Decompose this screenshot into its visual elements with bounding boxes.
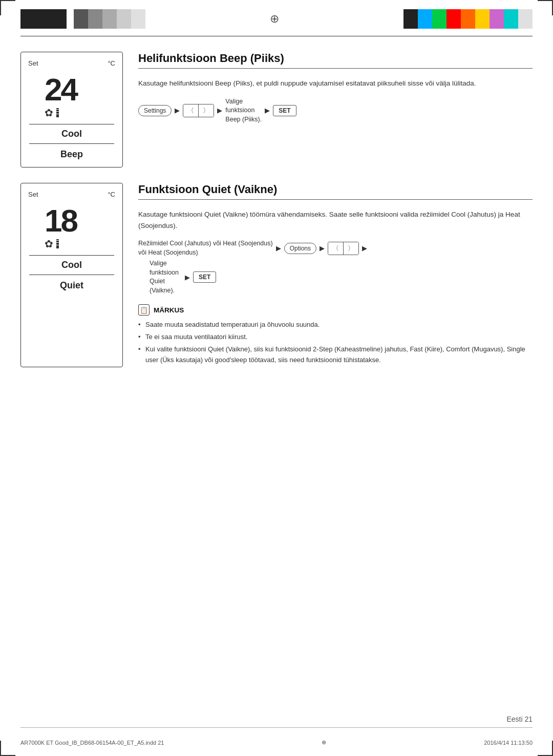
right-arrow-btn-2[interactable]: 〉	[344, 242, 358, 255]
instr-quiet-q: Quiet	[150, 277, 179, 286]
remote-mode-1: Cool	[29, 129, 114, 139]
instr-valige-q: Valige	[150, 259, 179, 268]
remote-display-quiet: Set °C 18 ✿ Cool Quiet	[20, 183, 123, 367]
mark-gray-strip	[74, 9, 145, 29]
remote-func-2: Quiet	[29, 280, 114, 291]
section-quiet-desc: Funktsioon Quiet (Vaikne) Kasutage funkt…	[138, 183, 533, 367]
remote-func-1: Beep	[29, 149, 114, 160]
arrow-right-1: ▶	[175, 107, 180, 114]
note-list: Saate muuta seadistatud temperatuuri ja …	[138, 320, 533, 367]
nav-arrows-1[interactable]: 〈 〉	[183, 104, 214, 117]
remote-set-label-2: Set	[28, 191, 38, 198]
section-quiet-title: Funktsioon Quiet (Vaikne)	[138, 183, 533, 200]
arrow-right-q1: ▶	[276, 244, 281, 252]
section-quiet-body: Kasutage funktsiooni Quiet (Vaikne) tööm…	[138, 209, 533, 231]
nav-arrows-2[interactable]: 〈 〉	[328, 242, 359, 255]
arrow-right-q3: ▶	[362, 244, 367, 252]
remote-temp-2: 18	[45, 205, 77, 237]
instr-valige: Valige	[225, 97, 262, 107]
remote-mode-2: Cool	[29, 260, 114, 270]
remote-icon-row-1: ✿	[45, 107, 59, 119]
fan-icon-1: ✿	[45, 107, 53, 119]
page-number: Eesti 21	[506, 715, 533, 725]
footer-center: ⊕	[322, 739, 326, 746]
section-quiet-instr: Režiimidel Cool (Jahutus) või Heat (Sooj…	[138, 239, 533, 295]
instr-quiet-line2: Valige funktsioon Quiet (Vaikne). ▶ SET	[138, 259, 533, 295]
footer: AR7000K ET Good_IB_DB68-06154A-00_ET_A5.…	[20, 739, 533, 746]
note-header: 📋 MÄRKUS	[138, 304, 533, 316]
bar-icon-2	[56, 239, 59, 248]
remote-display-beep: Set °C 24 ✿ Cool Beep	[20, 52, 123, 167]
remote-divider-2b	[29, 275, 114, 275]
mark-black	[20, 9, 67, 29]
remote-divider-2a	[29, 255, 114, 256]
instr-rejii: Režiimidel Cool (Jahutus) või Heat (Sooj…	[138, 239, 273, 248]
left-arrow-btn-1[interactable]: 〈	[183, 104, 199, 117]
footer-right: 2016/4/14 11:13:50	[484, 740, 533, 746]
instr-funktsioon: funktsioon	[225, 106, 262, 115]
arrow-right-2: ▶	[217, 107, 222, 114]
note-label: MÄRKUS	[154, 306, 184, 314]
arrow-right-3: ▶	[265, 107, 270, 114]
center-crosshair: ⊕	[270, 12, 279, 26]
bottom-rule	[20, 727, 533, 728]
remote-celsius-2: °C	[108, 191, 115, 198]
fan-icon-2: ✿	[45, 238, 53, 250]
remote-temp-1: 24	[45, 74, 77, 106]
note-item-1: Saate muuta seadistatud temperatuuri ja …	[138, 320, 533, 330]
remote-divider-1a	[29, 124, 114, 124]
remote-divider-1b	[29, 143, 114, 144]
section-beep-desc: Helifunktsioon Beep (Piiks) Kasutage hel…	[138, 52, 533, 167]
section-beep-body: Kasutage helifunktsiooni Beep (Piiks), e…	[138, 78, 533, 89]
instr-funktsioon-q: funktsioon	[150, 268, 179, 278]
note-icon: 📋	[138, 304, 150, 316]
section-beep-title: Helifunktsioon Beep (Piiks)	[138, 52, 533, 69]
color-strip	[403, 9, 533, 29]
section-quiet-row: Set °C 18 ✿ Cool Quiet Funktsioon Quiet …	[20, 183, 533, 367]
remote-icon-row-2: ✿	[45, 238, 59, 250]
arrow-right-q4: ▶	[185, 274, 190, 281]
instr-vaikne-q: (Vaikne).	[150, 286, 179, 296]
remote-celsius-1: °C	[108, 59, 115, 67]
settings-button[interactable]: Settings	[138, 105, 172, 116]
set-button-1[interactable]: SET	[273, 105, 296, 116]
section-beep-row: Set °C 24 ✿ Cool Beep Helifunktsioon Bee…	[20, 52, 533, 167]
right-arrow-btn-1[interactable]: 〉	[199, 104, 214, 117]
instr-quiet-line1: Režiimidel Cool (Jahutus) või Heat (Sooj…	[138, 239, 533, 257]
note-item-3: Kui valite funktsiooni Quiet (Vaikne), s…	[138, 344, 533, 365]
page-number-text: Eesti 21	[506, 715, 533, 723]
note-item-2: Te ei saa muuta ventilaatori kiirust.	[138, 332, 533, 342]
note-section: 📋 MÄRKUS Saate muuta seadistatud tempera…	[138, 304, 533, 367]
options-button[interactable]: Options	[284, 243, 316, 254]
section-beep-instr: Settings ▶ 〈 〉 ▶ Valige funktsioon Beep …	[138, 97, 533, 124]
arrow-right-q2: ▶	[320, 244, 325, 252]
top-marks: ⊕	[0, 0, 553, 36]
main-content: Set °C 24 ✿ Cool Beep Helifunktsioon Bee…	[0, 36, 553, 393]
set-button-2[interactable]: SET	[193, 271, 216, 283]
instr-voi-heat: või Heat (Soojendus)	[138, 248, 273, 258]
footer-left: AR7000K ET Good_IB_DB68-06154A-00_ET_A5.…	[20, 740, 164, 746]
remote-set-label-1: Set	[28, 59, 38, 67]
instr-beep: Beep (Piiks).	[225, 115, 262, 124]
left-arrow-btn-2[interactable]: 〈	[328, 242, 344, 255]
bar-icon-1	[56, 108, 59, 117]
